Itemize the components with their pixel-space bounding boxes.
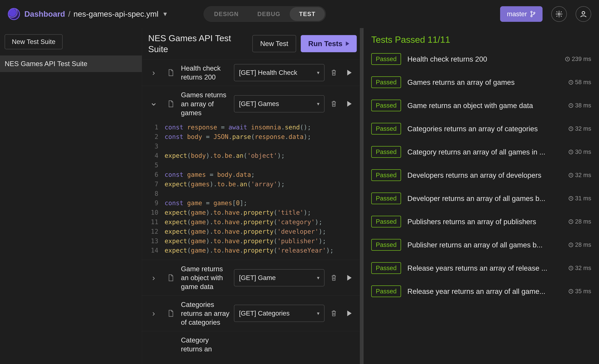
run-single-test-button[interactable] [343,275,356,281]
results-panel: Tests Passed 11/11 PassedHealth check re… [363,28,599,364]
new-test-button[interactable]: New Test [252,35,296,52]
test-editor-panel: NES Games API Test Suite New Test Run Te… [142,28,363,364]
code-editor[interactable]: 1const response = await insomnia.send();… [142,121,363,260]
tab-debug[interactable]: DEBUG [248,7,290,21]
test-suite-title: NES Games API Test Suite [148,33,248,55]
app-logo [8,8,20,20]
request-label: [GET] Categories [239,310,290,317]
account-button[interactable] [576,6,591,22]
result-row: PassedCategories returns an array of cat… [371,123,591,135]
test-name[interactable]: Health check returns 200 [181,62,231,83]
git-branch-icon [530,11,536,17]
test-row: ⌄Games returns an array of games[GET] Ga… [142,86,363,121]
status-badge: Passed [371,123,401,135]
play-icon [347,311,352,316]
play-icon [346,42,349,46]
file-name[interactable]: nes-games-api-spec.yml [73,9,159,18]
test-row: Category returns an [142,331,363,358]
gear-icon [555,10,563,18]
test-row: ›Game returns an object with game data[G… [142,260,363,295]
request-select[interactable]: [GET] Health Check▾ [234,64,325,81]
expand-toggle[interactable]: ⌄ [147,97,161,108]
results-title: Tests Passed 11/11 [371,34,591,45]
branch-label: master [507,10,527,18]
result-duration: 58 ms [568,79,591,86]
run-single-test-button[interactable] [343,101,356,107]
test-name[interactable]: Games returns an array of games [181,89,231,119]
result-name: Publisher returns an array of all games … [407,241,562,249]
sidebar-suite-item[interactable]: NES Games API Test Suite [0,55,142,72]
line-number: 6 [147,170,158,179]
result-row: PassedCategory returns an array of all g… [371,146,591,158]
chevron-down-icon: ▾ [317,310,319,316]
line-number: 14 [147,246,158,255]
expand-toggle[interactable]: › [147,309,161,318]
expand-toggle[interactable]: › [147,68,161,77]
status-badge: Passed [371,192,401,204]
request-label: [GET] Game [239,274,276,282]
tab-test[interactable]: TEST [290,7,325,21]
run-tests-button[interactable]: Run Tests [301,35,357,52]
dashboard-link[interactable]: Dashboard [24,9,65,18]
run-tests-label: Run Tests [308,39,342,48]
result-row: PassedPublishers returns an array of pub… [371,216,591,227]
delete-test-button[interactable] [328,69,340,76]
status-badge: Passed [371,53,401,65]
test-name[interactable]: Categories returns an array of categorie… [181,299,231,328]
result-name: Health check returns 200 [407,55,559,63]
mode-switch: DESIGN DEBUG TEST [203,6,326,22]
branch-button[interactable]: master [500,6,543,22]
result-duration: 31 ms [568,195,591,202]
document-icon [164,69,178,76]
delete-test-button[interactable] [328,274,340,281]
results-list: PassedHealth check returns 200239 msPass… [371,53,591,309]
request-label: [GET] Health Check [239,69,297,76]
result-duration: 38 ms [568,102,591,109]
expand-toggle[interactable]: › [147,273,161,282]
result-row: PassedGame returns an object with game d… [371,100,591,111]
settings-button[interactable] [551,6,567,22]
result-duration: 28 ms [568,242,591,248]
request-select[interactable]: [GET] Categories▾ [234,305,325,322]
result-duration: 28 ms [568,218,591,225]
tab-design[interactable]: DESIGN [205,7,248,21]
status-badge: Passed [371,239,401,251]
test-name[interactable]: Game returns an object with game data [181,263,231,293]
result-row: PassedDeveloper returns an array of all … [371,192,591,204]
result-duration: 32 ms [568,172,591,179]
line-number: 1 [147,122,158,132]
result-name: Release years returns an array of releas… [407,264,562,272]
play-icon [347,101,352,107]
result-name: Game returns an object with game data [407,101,562,110]
line-number: 12 [147,227,158,236]
new-test-suite-button[interactable]: New Test Suite [5,34,62,49]
svg-point-1 [531,16,532,17]
result-duration: 32 ms [568,125,591,132]
request-select[interactable]: [GET] Games▾ [234,95,325,113]
play-icon [347,275,352,281]
user-icon [579,10,588,18]
test-row: ›Categories returns an array of categori… [142,295,363,331]
delete-test-button[interactable] [328,310,340,317]
scrollbar[interactable] [360,28,363,364]
run-single-test-button[interactable] [343,311,356,316]
status-badge: Passed [371,100,401,111]
main-columns: New Test Suite NES Games API Test Suite … [0,28,599,364]
run-single-test-button[interactable] [343,70,356,76]
breadcrumb-separator: / [68,9,70,18]
result-row: PassedHealth check returns 200239 ms [371,53,591,65]
chevron-down-icon[interactable]: ▼ [162,11,168,17]
test-name[interactable]: Category returns an [181,334,231,355]
line-number: 8 [147,189,158,199]
document-icon [164,274,178,282]
line-number: 9 [147,198,158,208]
delete-test-button[interactable] [328,100,340,107]
request-select[interactable]: [GET] Game▾ [234,269,325,286]
svg-point-2 [534,12,535,14]
result-row: PassedGames returns an array of games58 … [371,76,591,88]
status-badge: Passed [371,146,401,158]
result-duration: 30 ms [568,148,591,155]
test-panel-header: NES Games API Test Suite New Test Run Te… [142,28,363,59]
document-icon [164,310,178,317]
result-name: Release year returns an array of all gam… [407,287,562,295]
